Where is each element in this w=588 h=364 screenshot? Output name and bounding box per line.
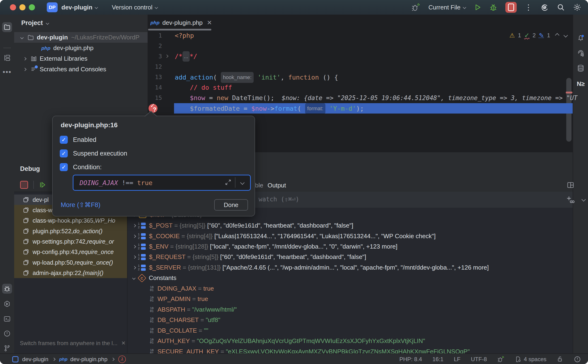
constant-row[interactable]: 1001 WP_ADMIN = true	[128, 294, 573, 304]
ai-assistant-chat-icon[interactable]	[576, 48, 586, 58]
more-tool-windows-icon[interactable]: •••	[2, 67, 12, 77]
frame-row[interactable]: admin-ajax.php:22, {main}()	[14, 268, 127, 278]
done-button[interactable]: Done	[214, 199, 248, 211]
ai-assistant-icon[interactable]	[540, 3, 549, 12]
code-line-15[interactable]: $now = new DateTime();	[190, 93, 274, 103]
code-line-3[interactable]: /*...*/	[175, 51, 197, 62]
run-button[interactable]	[474, 4, 481, 11]
code-line-1[interactable]: <?php	[175, 30, 194, 41]
breadcrumb-file[interactable]: dev-plugin.php	[70, 356, 107, 363]
tab-output[interactable]: Output	[268, 182, 286, 189]
tree-row-dev-plugin-php[interactable]: php dev-plugin.php	[14, 43, 148, 53]
variable-row-env[interactable]: 12 $_ENV = {string[128]} ["local", "apac…	[128, 241, 573, 252]
stop-button[interactable]	[505, 2, 517, 13]
database-tool-icon[interactable]	[576, 63, 586, 73]
project-panel-header[interactable]: Project	[21, 19, 49, 27]
project-tool-icon[interactable]	[2, 22, 12, 32]
tab-variables-fragment[interactable]: ble	[255, 182, 263, 189]
debug-listener-status-icon[interactable]	[497, 356, 504, 363]
layout-settings-icon[interactable]	[567, 181, 574, 189]
stop-process-icon[interactable]	[20, 181, 28, 189]
maximize-window-button[interactable]	[29, 4, 35, 10]
resume-program-icon[interactable]	[39, 181, 46, 188]
editor-tab-dev-plugin[interactable]: php dev-plugin.php ✕	[150, 17, 212, 28]
run-config-selector[interactable]: Current File	[428, 4, 466, 11]
chevron-down-icon[interactable]	[20, 36, 24, 39]
search-everywhere-icon[interactable]	[557, 3, 565, 11]
project-menu[interactable]: dev-plugin	[61, 4, 98, 11]
condition-checkbox-row[interactable]: ✓ Condition:	[60, 163, 102, 171]
enabled-checkbox-row[interactable]: ✓ Enabled	[60, 136, 96, 144]
project-badge[interactable]: DP	[47, 2, 58, 12]
condition-expression-input[interactable]: DOING_AJAX !== true	[73, 175, 251, 191]
close-window-button[interactable]	[10, 4, 16, 10]
breadcrumb-module[interactable]: dev-plugin	[22, 356, 48, 363]
constant-row[interactable]: 1001 ABSPATH = "/var/www/html/"	[128, 304, 573, 315]
tree-row-external-libraries[interactable]: External Libraries	[14, 53, 148, 64]
chevron-right-icon[interactable]	[133, 224, 136, 227]
frame-row[interactable]: wp-config.php:43, require_once	[14, 247, 127, 257]
checkbox-checked-icon[interactable]: ✓	[60, 136, 68, 144]
frame-row[interactable]: class-wp-hook.php:365, WP_Ho	[14, 215, 127, 226]
readonly-lock-icon[interactable]	[557, 356, 563, 363]
debug-listener-icon[interactable]	[411, 3, 420, 12]
line-separator-widget[interactable]: LF	[454, 356, 460, 363]
prev-issue-chevron-icon[interactable]	[555, 33, 559, 37]
constants-group-row[interactable]: C Constants	[128, 273, 573, 283]
chevron-right-icon[interactable]	[133, 266, 136, 269]
notifications-bell-icon[interactable]	[576, 33, 586, 43]
n2-plugin-icon[interactable]: N≥	[576, 79, 586, 89]
tree-row-project-root[interactable]: dev-plugin ~/LukasFritzeDev/WordP	[14, 32, 148, 43]
chevron-right-icon[interactable]	[133, 234, 136, 238]
minimize-window-button[interactable]	[19, 4, 26, 10]
code-line-13[interactable]: add_action( hook_name: 'init', function …	[175, 72, 338, 83]
caret-position-widget[interactable]: 16:1	[432, 356, 444, 363]
constant-row[interactable]: 1001 DB_COLLATE = ""	[128, 325, 573, 336]
next-issue-chevron-icon[interactable]	[563, 33, 568, 37]
checkbox-checked-icon[interactable]: ✓	[60, 163, 68, 171]
indent-widget[interactable]: 4 spaces	[515, 356, 546, 363]
debug-tool-icon[interactable]	[2, 284, 12, 294]
history-chevron-icon[interactable]	[240, 180, 244, 185]
vcs-menu[interactable]: Version control	[112, 4, 157, 11]
constant-row[interactable]: 1001 DB_CHARSET = "utf8"	[128, 315, 573, 325]
tree-row-scratches[interactable]: Scratches and Consoles	[14, 64, 148, 75]
debug-button[interactable]	[489, 3, 497, 11]
variable-row-request[interactable]: 12 $_REQUEST = {string[5]} ["60", "d0fe9…	[128, 252, 573, 262]
terminal-tool-icon[interactable]	[2, 314, 12, 324]
chevron-down-icon[interactable]	[132, 276, 136, 280]
encoding-widget[interactable]: UTF-8	[471, 356, 487, 363]
constant-row[interactable]: 1001 DOING_AJAX = true	[128, 283, 573, 294]
close-hint-icon[interactable]: ✕	[121, 340, 125, 346]
code-line-16[interactable]: $formatedDate = $now->format( format: 'Y…	[190, 103, 364, 114]
frame-row[interactable]: wp-load.php:50, require_once()	[14, 257, 127, 268]
settings-gear-icon[interactable]	[573, 3, 581, 12]
more-actions-kebab-icon[interactable]: ⋮	[525, 3, 532, 12]
lambda-closure-icon[interactable]: λ	[118, 356, 126, 363]
chevron-right-icon[interactable]	[133, 255, 136, 259]
debug-panel-title[interactable]: Debug	[20, 165, 40, 173]
php-version-widget[interactable]: PHP: 8.4	[399, 356, 422, 363]
problems-tool-icon[interactable]	[2, 329, 12, 338]
expand-editor-icon[interactable]	[225, 179, 232, 186]
chevron-right-icon[interactable]	[23, 67, 26, 71]
constant-row[interactable]: 1001 AUTH_KEY = "OOgZuQsVYelZUBAhnjuXqVc…	[128, 336, 573, 346]
frame-row[interactable]: wp-settings.php:742, require_or	[14, 236, 127, 247]
notifications-status-icon[interactable]	[574, 356, 581, 363]
variable-row-server[interactable]: 12 $_SERVER = {string[131]} ["Apache/2.4…	[128, 262, 573, 273]
code-line-14[interactable]: // do stuff	[190, 82, 232, 93]
structure-tool-icon[interactable]	[2, 53, 12, 63]
variable-row-cookie[interactable]: 12 $_COOKIE = {string[4]} ["Lukas|176513…	[128, 231, 573, 241]
chevron-right-icon[interactable]	[23, 57, 26, 60]
close-tab-icon[interactable]: ✕	[207, 19, 212, 26]
folded-region-chip[interactable]: ...	[183, 51, 190, 62]
checkbox-checked-icon[interactable]: ✓	[60, 150, 68, 157]
chevron-right-icon[interactable]	[133, 245, 136, 248]
more-link[interactable]: More (⇧⌘F8)	[61, 201, 100, 209]
git-tool-icon[interactable]	[2, 343, 12, 353]
add-watch-icon[interactable]	[566, 195, 575, 204]
suspend-checkbox-row[interactable]: ✓ Suspend execution	[60, 150, 127, 157]
variable-row-post[interactable]: 12 $_POST = {string[5]} ["60", "d0fe9e16…	[128, 220, 573, 231]
services-tool-icon[interactable]	[2, 299, 12, 309]
frame-row[interactable]: plugin.php:522, do_action()	[14, 226, 127, 236]
